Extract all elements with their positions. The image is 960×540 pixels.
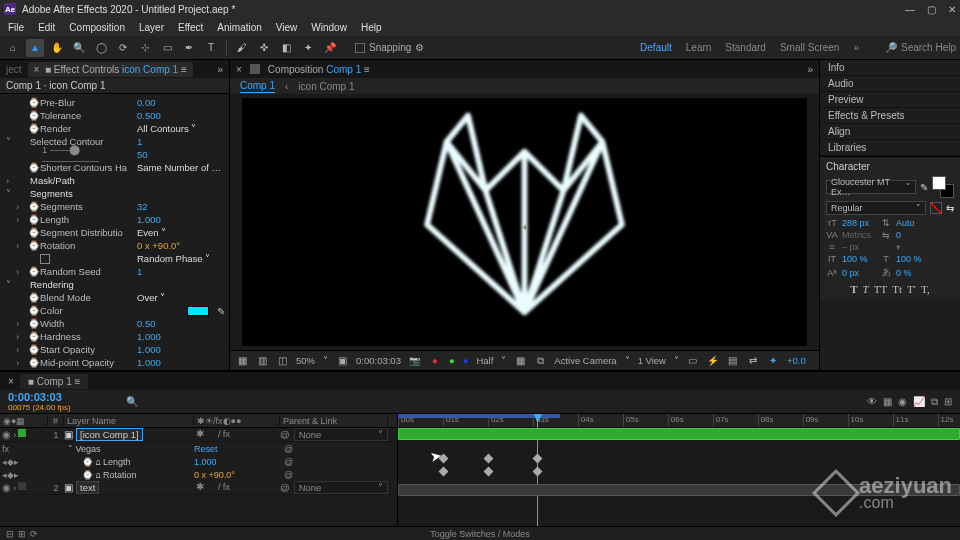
snapping-checkbox[interactable] xyxy=(355,43,365,53)
stopwatch-icon[interactable]: ⌚ xyxy=(82,470,93,480)
faux-bold[interactable]: T xyxy=(850,283,857,295)
property-value[interactable]: Even ˅ xyxy=(137,227,227,238)
parent-dropdown[interactable]: None˅ xyxy=(294,481,388,494)
effect-property-row[interactable]: ›⌚Segments32 xyxy=(6,200,227,213)
color-swatch[interactable] xyxy=(187,306,209,316)
layer-search-input[interactable]: 🔍 xyxy=(126,396,146,407)
toggle-switches-icon[interactable]: ⊟ xyxy=(6,529,14,539)
menu-effect[interactable]: Effect xyxy=(178,22,203,33)
project-panel-label[interactable]: ject xyxy=(6,64,22,75)
keyframe-icon[interactable] xyxy=(439,454,449,464)
menu-layer[interactable]: Layer xyxy=(139,22,164,33)
view3d-icon[interactable]: ⧉ xyxy=(534,355,546,367)
frame-blend-icon[interactable]: ▦ xyxy=(883,396,892,408)
effect-property-row[interactable]: ›⌚Random Seed1 xyxy=(6,265,227,278)
layer-name[interactable]: [icon Comp 1] xyxy=(76,428,143,441)
exposure-reset-icon[interactable]: ✦ xyxy=(767,355,779,367)
zoom-tool-icon[interactable]: 🔍 xyxy=(70,39,88,57)
maximize-button[interactable]: ▢ xyxy=(927,4,936,15)
effect-property-row[interactable]: ⌚Segment DistributioEven ˅ xyxy=(6,226,227,239)
menu-edit[interactable]: Edit xyxy=(38,22,55,33)
property-value[interactable]: 1.000 xyxy=(137,331,227,342)
effect-controls-tab[interactable]: × ■ Effect Controls icon Comp 1 ≡ xyxy=(28,62,193,77)
workspace-standard[interactable]: Standard xyxy=(725,42,766,53)
panel-libraries[interactable]: Libraries xyxy=(820,140,960,156)
property-value[interactable]: 0.00 xyxy=(137,97,227,108)
subscript[interactable]: T, xyxy=(921,283,930,295)
zoom-dropdown[interactable]: 50% xyxy=(296,355,315,366)
stopwatch-icon[interactable]: ⌚ xyxy=(82,457,93,467)
menu-view[interactable]: View xyxy=(276,22,298,33)
keyframe-icon[interactable] xyxy=(533,454,543,464)
property-value[interactable]: 1.000 xyxy=(137,344,227,355)
effect-property-row[interactable]: ⌚Pre-Blur0.00 xyxy=(6,96,227,109)
leading-value[interactable]: Auto xyxy=(896,218,954,228)
clone-tool-icon[interactable]: ✜ xyxy=(255,39,273,57)
keyframe-nav-icon[interactable]: ◂◆▸ xyxy=(2,457,19,467)
parent-pickwhip-icon[interactable]: @ xyxy=(280,429,290,440)
close-button[interactable]: ✕ xyxy=(948,4,956,15)
magnify-icon[interactable]: ▦ xyxy=(236,355,248,367)
motion-blur-icon[interactable]: ◉ xyxy=(898,396,907,408)
vscale-value[interactable]: 100 % xyxy=(842,254,876,264)
small-caps[interactable]: Tt xyxy=(892,283,902,295)
current-timecode[interactable]: 0:00:03:03 xyxy=(8,391,118,403)
panel-menu-icon[interactable]: » xyxy=(217,64,223,75)
kerning-value[interactable]: Metrics xyxy=(842,230,876,240)
resolution-dropdown[interactable]: Half xyxy=(476,355,493,366)
panel-menu-icon[interactable]: » xyxy=(807,64,813,75)
eyedropper-icon[interactable]: ✎ xyxy=(217,306,227,316)
composition-tab-label[interactable]: Composition Comp 1 ≡ xyxy=(268,64,370,75)
property-value[interactable]: 1 xyxy=(137,266,227,277)
workspace-overflow-icon[interactable]: » xyxy=(853,42,859,53)
keyframe-icon[interactable] xyxy=(533,467,543,477)
video-toggle-icon[interactable]: ◉ xyxy=(2,482,11,493)
rect-tool-icon[interactable]: ▭ xyxy=(158,39,176,57)
search-icon[interactable]: 🔎 xyxy=(885,42,897,53)
stroke-width-value[interactable]: – px xyxy=(842,242,876,252)
viewer-timecode[interactable]: 0:00:03:03 xyxy=(356,355,401,366)
property-value[interactable]: 1 xyxy=(137,136,227,147)
no-fill-icon[interactable] xyxy=(930,202,942,214)
effect-property-row[interactable]: Random Phase ˅ xyxy=(6,252,227,265)
fill-stroke-swatch[interactable] xyxy=(932,176,954,198)
toggle-switches-modes-button[interactable]: Toggle Switches / Modes xyxy=(430,529,530,539)
exposure-value[interactable]: +0.0 xyxy=(787,355,806,366)
property-value[interactable]: Random Phase ˅ xyxy=(137,253,227,264)
panel-info[interactable]: Info xyxy=(820,60,960,76)
layer-name[interactable]: text xyxy=(76,481,99,494)
col-layer-name[interactable]: Layer Name xyxy=(64,416,194,426)
property-value[interactable]: 0.50 xyxy=(137,318,227,329)
breadcrumb-root[interactable]: Comp 1 xyxy=(240,80,275,93)
font-style-dropdown[interactable]: Regular˅ xyxy=(826,201,926,215)
font-family-dropdown[interactable]: Gloucester MT Ex…˅ xyxy=(826,180,916,194)
switches-icon[interactable]: ⊞ xyxy=(944,396,952,408)
orbit-tool-icon[interactable]: ◯ xyxy=(92,39,110,57)
video-toggle-icon[interactable]: ◉ xyxy=(2,429,11,440)
toggle-modes-icon[interactable]: ⊞ xyxy=(18,529,26,539)
resolution-icon[interactable]: ▣ xyxy=(336,355,348,367)
snapshot-icon[interactable]: 📷 xyxy=(409,355,421,367)
graph-editor-icon[interactable]: 📈 xyxy=(913,396,925,408)
tracking-value[interactable]: 0 xyxy=(896,230,954,240)
expand-icon[interactable]: ⟳ xyxy=(30,529,38,539)
effect-property-row[interactable]: 1 ——⬤—————— 50 xyxy=(6,148,227,161)
effect-property-row[interactable]: ›⌚Mid-point Opacity1.000 xyxy=(6,356,227,369)
keyframe-nav-icon[interactable]: ◂◆▸ xyxy=(2,470,19,480)
effect-property-row[interactable]: ›⌚Length1.000 xyxy=(6,213,227,226)
timeline-layer-row[interactable]: ◉› 1 ▣[icon Comp 1] ✱ /fx @None˅ xyxy=(0,428,397,442)
timeline-property-row[interactable]: ◂◆▸⌚ ⩍ Rotation0 x +90.0°@ xyxy=(0,468,397,481)
tsume-value[interactable]: 0 % xyxy=(896,268,954,278)
eyedropper-icon[interactable]: ✎ xyxy=(920,182,928,193)
pen-tool-icon[interactable]: ✒ xyxy=(180,39,198,57)
draft3d-icon[interactable]: ⧉ xyxy=(931,396,938,408)
puppet-tool-icon[interactable]: 📌 xyxy=(321,39,339,57)
timeline-layer-row[interactable]: ◉› 2 ▣text ✱ /fx @None˅ xyxy=(0,481,397,495)
effect-property-row[interactable]: ˅Segments xyxy=(6,187,227,200)
fast-preview-icon[interactable]: ⚡ xyxy=(707,355,719,367)
all-caps[interactable]: TT xyxy=(874,283,887,295)
menu-help[interactable]: Help xyxy=(361,22,382,33)
breadcrumb-nested[interactable]: icon Comp 1 xyxy=(298,81,354,92)
parent-pickwhip-icon[interactable]: @ xyxy=(280,482,290,493)
property-value[interactable]: All Contours ˅ xyxy=(137,123,227,134)
